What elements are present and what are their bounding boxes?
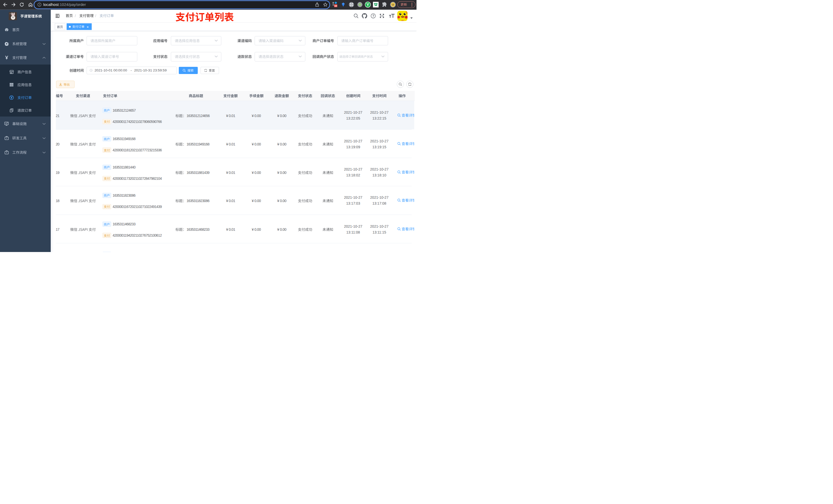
svg-text:10: 10 <box>334 5 337 7</box>
